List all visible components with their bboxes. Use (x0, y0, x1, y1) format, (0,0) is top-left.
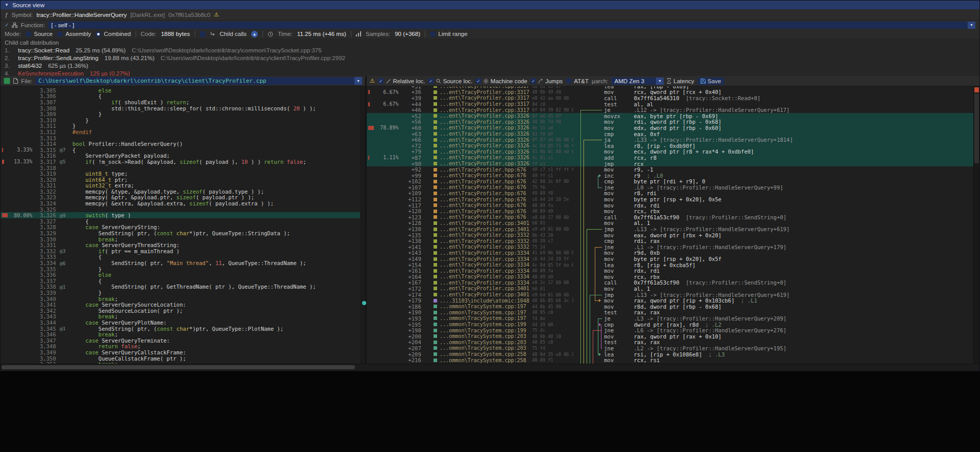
asm-row[interactable]: 6.67%+36...ent\TracyProfiler.cpp:331748 … (367, 89, 973, 96)
asm-vertical-scrollbar[interactable] (973, 86, 979, 364)
jumps-toggle[interactable]: ✓ Jumps (531, 78, 563, 84)
relative-loc-toggle[interactable]: ✓ Relative loc. (378, 78, 425, 84)
chevron-down-icon[interactable]: ▼ (968, 22, 975, 29)
file-combo[interactable]: C:\Users\wolf\Desktop\darkrl\contrib\tra… (35, 77, 362, 85)
child-call-entry[interactable]: 2.tracy::Profiler::SendLongString19.88 m… (5, 54, 979, 62)
latency-toggle[interactable]: Latency (667, 78, 694, 84)
asm-row[interactable]: +207...ommon\TracySystem.cpp:20375 f4jne… (367, 345, 973, 351)
source-line[interactable]: 3,338@1 SendString( ptr, GetThreadName( … (1, 284, 365, 290)
source-line[interactable]: 3,333 { (1, 254, 365, 260)
source-line[interactable]: 3,323 memcpy( &ptr, &payload.ptr, sizeof… (1, 195, 365, 201)
source-line[interactable]: 3,344 case ServerQueryPlotName: (1, 319, 365, 326)
asm-row[interactable]: +161...ent\TracyProfiler.cpp:333448 89 f… (367, 268, 973, 274)
asm-row[interactable]: +198...ommon\TracySystem.cpp:19975 4cjne… (367, 327, 973, 333)
source-line[interactable]: 3.33%3,315@7{ (1, 147, 365, 153)
source-line[interactable]: 3,309 } (1, 111, 365, 117)
asm-row[interactable]: +174...ent\TracyProfiler.cpp:3401e9 bd 0… (367, 292, 973, 298)
source-line[interactable]: 3,310 } (1, 117, 365, 123)
asm-row[interactable]: +190...ommon\TracySystem.cpp:19748 85 c0… (367, 310, 973, 316)
asm-row[interactable]: 78.89%+60...ent\TracyProfiler.cpp:33268b… (367, 125, 973, 131)
source-line[interactable]: 3,335 } (1, 266, 365, 272)
relative-loc-checkbox[interactable]: ✓ (378, 78, 384, 84)
child-call-entry[interactable]: 4.KeSynchronizeExecution125 µs (0.27%) (5, 69, 979, 76)
source-line[interactable]: 3,342 SendSourceLocation( ptr ); (1, 308, 365, 314)
asm-row[interactable]: +204...ommon\TracySystem.cpp:20348 85 c0… (367, 340, 973, 346)
asm-row[interactable]: +179....31103\include\atomic:104848 8b 0… (367, 297, 973, 304)
chevron-down-icon[interactable]: ▼ (354, 77, 362, 85)
asm-row[interactable]: +107...ent\TracyProfiler.hpp:67675 f6jne… (367, 184, 973, 191)
source-line[interactable]: 3,350 QueueCallstackFrame( ptr ); (1, 355, 365, 362)
source-line[interactable]: 3,324 memcpy( &extra, &payload.extra, si… (1, 200, 365, 206)
source-line[interactable]: 3,312#endif (1, 129, 365, 135)
asm-row[interactable]: 1.11%+87...ent\TracyProfiler.cpp:33264c … (367, 155, 973, 161)
source-line[interactable]: 3,306 { (1, 93, 365, 100)
source-line[interactable]: 3,330 break; (1, 236, 365, 242)
asm-row[interactable]: +195...ommon\TracySystem.cpp:19944 39 00… (367, 322, 973, 328)
source-line[interactable]: 3,331 case ServerQueryThreadString: (1, 242, 365, 248)
asm-row[interactable]: +56...ent\TracyProfiler.cpp:332648 8b 7d… (367, 119, 973, 125)
asm-row[interactable]: +79...ent\TracyProfiler.cpp:332641 8b 8c… (367, 149, 973, 155)
source-line[interactable]: 3,307 if( shouldExit ) return; (1, 99, 365, 105)
source-line[interactable]: 3,319 uint8_t type; (1, 171, 365, 177)
asm-row[interactable]: +141...ent\TracyProfiler.cpp:333275 24jn… (367, 244, 973, 250)
jumps-checkbox[interactable]: ✓ (531, 78, 536, 84)
asm-row[interactable]: +102...ent\TracyProfiler.hpp:67642 80 3c… (367, 179, 973, 185)
child-calls-expand-button[interactable]: ▲ (251, 31, 258, 37)
asm-row[interactable]: +123...ent\TracyProfiler.hpp:676e8 68 17… (367, 214, 973, 220)
asm-row[interactable]: +138...ent\TracyProfiler.cpp:333248 39 c… (367, 238, 973, 244)
collapse-arrow-icon[interactable]: ▼ (5, 3, 9, 7)
source-line[interactable]: 3,341 case ServerQuerySourceLocation: (1, 302, 365, 308)
source-line[interactable]: 3,311} (1, 123, 365, 129)
source-line[interactable]: 3,318 (1, 165, 365, 171)
machine-code-checkbox[interactable]: ✓ (476, 78, 481, 84)
asm-row[interactable]: +72...ent\TracyProfiler.cpp:33264c 8d 05… (367, 143, 973, 149)
mode-radio-combined[interactable]: Combined (96, 31, 130, 37)
source-line[interactable]: 3,345@1 SendString( ptr, (const char*)pt… (1, 326, 365, 332)
asm-row[interactable]: +200...ommon\TracySystem.cpp:20348 8b 40… (367, 333, 973, 340)
source-line[interactable]: 3,348 return false; (1, 344, 365, 350)
asm-row[interactable]: +164...ent\TracyProfiler.cpp:333448 89 d… (367, 274, 973, 280)
source-line[interactable]: 3,332@3 if( ptr == m_mainThread ) (1, 248, 365, 254)
horizontal-scrollbar-thumb[interactable] (2, 365, 355, 369)
asm-row[interactable]: +109...ent\TracyProfiler.hpp:67649 89 f8… (367, 191, 973, 197)
source-line[interactable]: 3,325 (1, 206, 365, 213)
asm-row[interactable]: +149...ent\TracyProfiler.cpp:3334c6 44 2… (367, 256, 973, 262)
asm-row[interactable]: +117...ent\TracyProfiler.hpp:67648 89 fa… (367, 202, 973, 209)
asm-row[interactable]: +135...ent\TracyProfiler.cpp:33328b 43 2… (367, 232, 973, 238)
source-line[interactable]: 3,339 } (1, 290, 365, 296)
source-line[interactable]: 3,314bool Profiler::HandleServerQuery() (1, 141, 365, 147)
source-line[interactable]: 3,316 ServerQueryPacket payload; (1, 153, 365, 159)
asm-row[interactable]: +92...ent\TracyProfiler.hpp:67649 c7 c1 … (367, 166, 973, 173)
source-line[interactable]: 3,337 { (1, 278, 365, 284)
asm-row[interactable]: +186...ommon\TracySystem.cpp:19744 8b 45… (367, 304, 973, 310)
source-line[interactable]: 3,328 case ServerQueryString: (1, 224, 365, 231)
asm-row[interactable]: +66...ent\TracyProfiler.cpp:33260f 87 d4… (367, 137, 973, 143)
child-call-entry[interactable]: 3.stat64i32625 µs (1.36%) (5, 62, 979, 69)
source-vertical-scrollbar[interactable] (360, 86, 365, 364)
asm-row[interactable]: +154...ent\TracyProfiler.cpp:33344c 8d 0… (367, 262, 973, 268)
chevron-down-icon[interactable]: ▼ (656, 78, 664, 85)
splitter-grip-icon[interactable] (362, 301, 366, 305)
source-line[interactable]: 3,308 std::this_thread::sleep_for( std::… (1, 105, 365, 111)
limit-range-radio[interactable]: Limit range (430, 31, 467, 37)
asm-row[interactable]: +90...ent\TracyProfiler.cpp:3326ff e1jmp… (367, 161, 973, 167)
asm-row[interactable]: 6.67%+44...ent\TracyProfiler.cpp:331784 … (367, 101, 973, 107)
asm-row[interactable]: +167...ent\TracyProfiler.cpp:3334e8 3c 1… (367, 280, 973, 286)
source-line[interactable]: 3,334@6 SendString( ptr, "Main thread", … (1, 260, 365, 266)
child-call-entry[interactable]: 1.tracy::Socket::Read25.25 ms (54.89%)C:… (5, 46, 979, 54)
asm-row[interactable]: +209...ommon\TracySystem.cpp:25848 8d 35… (367, 351, 973, 357)
mode-radio-source[interactable]: Source (26, 31, 52, 37)
asm-row[interactable]: +99...ent\TracyProfiler.hpp:67649 ff c1i… (367, 173, 973, 179)
source-line[interactable]: 3,327 { (1, 218, 365, 224)
source-line[interactable]: 3,320 uint64_t ptr; (1, 177, 365, 183)
source-line[interactable]: 3,346 break; (1, 331, 365, 337)
source-line[interactable]: 3,313 (1, 135, 365, 141)
source-line[interactable]: 3,321 uint32_t extra; (1, 183, 365, 189)
asm-row[interactable]: +120...ent\TracyProfiler.hpp:67648 89 d9… (367, 208, 973, 214)
att-syntax-radio[interactable]: AT&T (566, 78, 589, 84)
asm-row[interactable]: +112...ent\TracyProfiler.hpp:676c6 44 24… (367, 196, 973, 202)
asm-row[interactable]: +130...ent\TracyProfiler.cpp:3401e9 e9 0… (367, 226, 973, 232)
source-line[interactable]: 3,329 SendString( ptr, (const char*)ptr,… (1, 230, 365, 236)
source-line[interactable]: 3,347 case ServerQueryTerminate: (1, 337, 365, 344)
source-line[interactable]: 13.33%3,317@5 if( !m_sock->Read( &payloa… (1, 159, 365, 165)
